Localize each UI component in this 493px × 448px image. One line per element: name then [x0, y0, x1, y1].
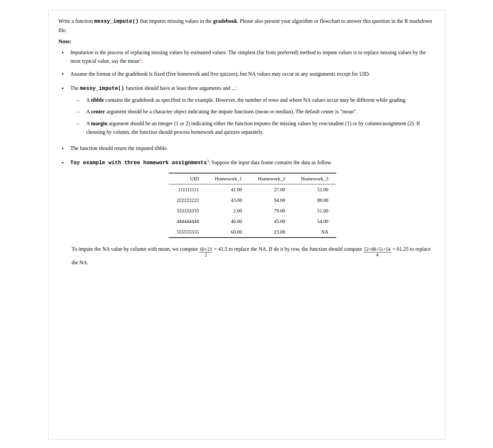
bullet-dot-5: • [62, 158, 68, 168]
table-row: 333333333 2.00 79.00 51.00 [169, 205, 336, 216]
main-bullet-list: • Imputation is the process of replacing… [62, 48, 435, 267]
explanation-line1: To impute the NA value by column with me… [72, 244, 435, 267]
table-row: 222222222 43.00 94.00 88.00 [169, 195, 336, 205]
margin-bold: margin [91, 121, 107, 126]
math-eq-1: 60+23 2 [199, 247, 213, 258]
bullet-item-format: • Assume the format of the gradebook is … [62, 70, 435, 79]
math-eq-2: 52+88+51+54 4 [363, 247, 391, 258]
bullet-item-toy: • Toy example with three homework assign… [62, 158, 435, 267]
col-header-uid: UID [169, 173, 207, 184]
sub-item-margin: – A margin argument should be an integer… [77, 119, 435, 136]
page-container: Write a function messy_impute() that imp… [48, 10, 445, 439]
table-row: 444444444 46.00 45.00 54.00 [169, 216, 336, 227]
table-wrapper: UID Homework_1 Homework_2 Homework_3 111… [70, 173, 435, 238]
cell-hw3-2: 88.00 [293, 195, 337, 205]
function-name-intro: messy_impute() [94, 19, 139, 24]
cell-hw1-3: 2.00 [207, 205, 250, 216]
cell-hw2-3: 79.00 [250, 205, 293, 216]
bullet-item-messy: • The messy_impute() function should hav… [62, 84, 435, 139]
bullet-content-format: Assume the format of the gradebook is fi… [70, 70, 435, 78]
bullet-dot-4: • [62, 144, 68, 154]
cell-hw1-4: 46.00 [207, 216, 250, 227]
sub-list-messy: – A tibble contains the gradebook as spe… [77, 96, 435, 136]
messy-impute-inline: messy_impute() [80, 86, 124, 92]
table-body: 111111111 41.00 27.00 52.00 222222222 43… [169, 184, 336, 238]
cell-hw2-4: 45.00 [250, 216, 293, 227]
bullet-content-toy: Toy example with three homework assignme… [70, 158, 435, 267]
col-header-hw1: Homework_1 [207, 173, 250, 184]
sub-item-center: – A center argument should be a characte… [77, 107, 435, 116]
tibble-bold: tibble [91, 97, 104, 103]
cell-uid-1: 111111111 [169, 184, 207, 195]
bullet-content-return: The function should return the imputed t… [70, 144, 435, 153]
cell-hw3-3: 51.00 [293, 205, 337, 216]
bullet-content-imputation: Imputation is the process of replacing m… [70, 48, 435, 65]
fraction-1: 60+23 2 [199, 247, 213, 258]
fraction-2-num: 52+88+51+54 [363, 247, 391, 253]
fraction-1-num: 60+23 [199, 247, 213, 253]
sub-dash-margin: – [77, 119, 85, 128]
table-row: 555555555 60.00 23.00 NA [169, 227, 336, 238]
col-header-hw2: Homework_2 [250, 173, 293, 184]
sub-dash-tibble: – [77, 96, 85, 104]
fraction-2: 52+88+51+54 4 [363, 247, 391, 258]
toy-example-label: Toy example with three homework assignme… [70, 160, 207, 166]
cell-hw1-1: 41.00 [207, 184, 250, 195]
bullet-dot-1: • [62, 48, 68, 58]
bullet-item-return: • The function should return the imputed… [62, 144, 435, 154]
sub-item-tibble: – A tibble contains the gradebook as spe… [77, 96, 435, 104]
cell-hw3-5: NA [293, 227, 337, 238]
sub-content-margin: A margin argument should be an integer (… [86, 119, 435, 136]
table-row: 111111111 41.00 27.00 52.00 [169, 184, 336, 195]
sub-content-tibble: A tibble contains the gradebook as speci… [86, 96, 435, 104]
cell-hw3-1: 52.00 [293, 184, 337, 195]
cell-hw1-5: 60.00 [207, 227, 250, 238]
superscript-2: 2 [139, 57, 141, 61]
cell-uid-5: 555555555 [169, 227, 207, 238]
bullet-dot-2: • [62, 70, 68, 79]
cell-uid-4: 444444444 [169, 216, 207, 227]
cell-hw1-2: 43.00 [207, 195, 250, 205]
cell-hw2-5: 23.00 [250, 227, 293, 238]
bullet-item-imputation: • Imputation is the process of replacing… [62, 48, 435, 65]
cell-hw3-4: 54.00 [293, 216, 337, 227]
cell-hw2-2: 94.00 [250, 195, 293, 205]
gradebook-bold: gradebook [213, 18, 237, 24]
bullet-content-messy: The messy_impute() function should have … [70, 84, 435, 139]
fraction-2-den: 4 [363, 252, 391, 258]
cell-hw2-1: 27.00 [250, 184, 293, 195]
note-label: Note: [59, 38, 435, 45]
superscript-3: 3 [207, 159, 209, 163]
table-header: UID Homework_1 Homework_2 Homework_3 [169, 173, 336, 184]
fraction-1-den: 2 [199, 252, 213, 258]
cell-uid-2: 222222222 [169, 195, 207, 205]
intro-paragraph: Write a function messy_impute() that imp… [59, 17, 435, 34]
imputation-italic: Imputation [70, 50, 94, 55]
gradebook-table: UID Homework_1 Homework_2 Homework_3 111… [169, 173, 336, 238]
sub-dash-center: – [77, 107, 85, 116]
cell-uid-3: 333333333 [169, 205, 207, 216]
bullet-dot-3: • [62, 84, 68, 93]
center-bold: center [91, 109, 105, 114]
table-header-row: UID Homework_1 Homework_2 Homework_3 [169, 173, 336, 184]
col-header-hw3: Homework_3 [293, 173, 337, 184]
sub-content-center: A center argument should be a character … [86, 107, 435, 116]
impute-explanation: To impute the NA value by column with me… [70, 244, 435, 267]
